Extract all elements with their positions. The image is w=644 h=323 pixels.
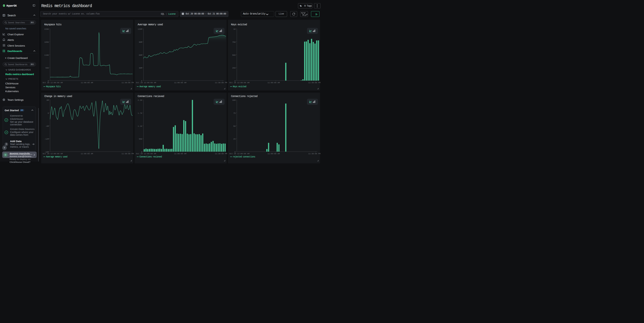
svg-text:-6M: -6M [46, 125, 49, 127]
svg-text:100: 100 [232, 99, 236, 101]
svg-text:-12M: -12M [44, 138, 49, 140]
svg-text:Oct 20 12:00:00 AM: Oct 20 12:00:00 AM [229, 153, 250, 155]
svg-text:550: 550 [139, 138, 142, 140]
svg-text:11:00:00 AM: 11:00:00 AM [268, 82, 280, 84]
svg-text:250: 250 [232, 67, 236, 69]
svg-text:50: 50 [233, 125, 236, 127]
svg-text:11:00:00 AM: 11:00:00 AM [174, 153, 186, 155]
svg-text:11:30:00 PM: 11:30:00 PM [122, 153, 134, 155]
svg-text:500: 500 [232, 54, 236, 56]
svg-text:30M: 30M [139, 67, 142, 69]
svg-text:11:30:00 PM: 11:30:00 PM [308, 82, 320, 84]
svg-text:1.7K: 1.7K [138, 112, 142, 114]
svg-text:110K: 110K [44, 54, 49, 56]
svg-text:Oct 20 12:00:00 AM: Oct 20 12:00:00 AM [136, 153, 156, 155]
svg-text:Oct 20 12:00:00 AM: Oct 20 12:00:00 AM [42, 82, 63, 84]
svg-text:11:30:00 PM: 11:30:00 PM [215, 82, 227, 84]
svg-text:55K: 55K [46, 67, 49, 69]
svg-text:2.2K: 2.2K [138, 99, 142, 101]
svg-text:60M: 60M [139, 54, 142, 56]
svg-text:165K: 165K [44, 41, 49, 43]
svg-text:1K: 1K [233, 28, 236, 30]
svg-text:75: 75 [233, 112, 236, 114]
svg-text:11:00:00 AM: 11:00:00 AM [81, 82, 93, 84]
svg-text:220K: 220K [44, 28, 49, 30]
svg-text:11:00:00 AM: 11:00:00 AM [81, 153, 93, 155]
svg-text:11:00:00 AM: 11:00:00 AM [268, 153, 280, 155]
svg-text:Oct 20 12:00:00 AM: Oct 20 12:00:00 AM [136, 82, 156, 84]
svg-text:Oct 20 12:00:00 AM: Oct 20 12:00:00 AM [42, 153, 63, 155]
svg-text:11:30:00 PM: 11:30:00 PM [215, 153, 227, 155]
svg-text:11:00:00 AM: 11:00:00 AM [174, 82, 186, 84]
svg-text:90M: 90M [139, 41, 142, 43]
svg-text:0: 0 [48, 112, 49, 114]
svg-text:Oct 20 12:00:00 AM: Oct 20 12:00:00 AM [229, 82, 250, 84]
svg-text:11:30:00 PM: 11:30:00 PM [308, 153, 320, 155]
svg-text:6M: 6M [46, 99, 49, 101]
svg-text:750: 750 [232, 41, 236, 43]
svg-text:25: 25 [233, 138, 236, 140]
svg-text:120M: 120M [138, 28, 142, 30]
svg-text:11:30:00 PM: 11:30:00 PM [122, 82, 134, 84]
svg-text:1.1K: 1.1K [138, 125, 142, 127]
